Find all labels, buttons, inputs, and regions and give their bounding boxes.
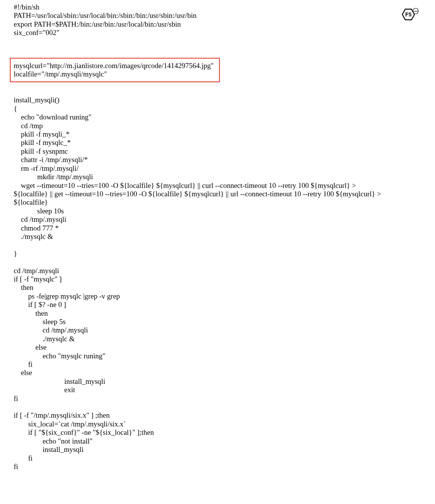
code-body: install_mysqli() { echo "download runing…	[14, 96, 424, 471]
f5-labs-icon: F5 LABS	[397, 8, 421, 27]
code-highlight: mysqlcurl="http://m.jianlistore.com/imag…	[14, 62, 214, 79]
f5-labs-text: LABS	[413, 10, 418, 12]
document-page: F5 LABS #!/bin/sh PATH=/usr/local/sbin:/…	[0, 0, 435, 486]
code-header: #!/bin/sh PATH=/usr/local/sbin:/usr/loca…	[14, 3, 424, 37]
highlighted-code-box: mysqlcurl="http://m.jianlistore.com/imag…	[10, 58, 220, 83]
f5-brand-text: F5	[405, 11, 412, 17]
f5-labs-watermark: F5 LABS	[397, 8, 421, 29]
spacer	[14, 37, 424, 58]
